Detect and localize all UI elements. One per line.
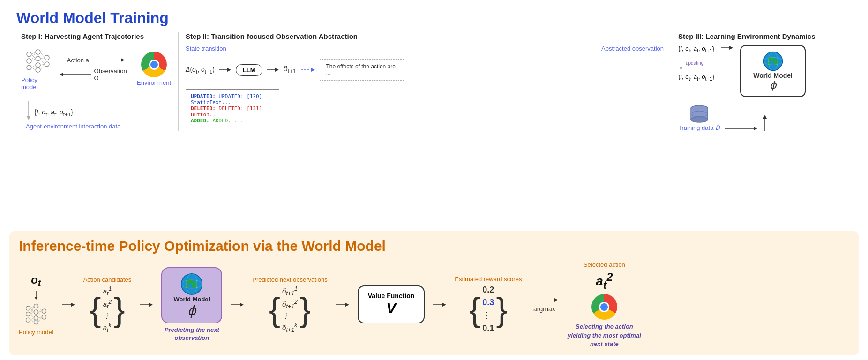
updating-label: updating xyxy=(686,60,703,66)
diff-updated: UPDATED: UPDATED: [120] StaticText... xyxy=(191,93,274,105)
arrow-to-scores xyxy=(433,301,446,308)
obs-arrow xyxy=(60,72,91,77)
svg-marker-51 xyxy=(754,127,757,130)
predicted-brace: { õt+11 õt+12 ⋮ õt+1k } xyxy=(269,285,311,333)
delta-expr: Δ(ot, ot+1) xyxy=(186,66,215,75)
svg-point-5 xyxy=(36,63,40,68)
svg-point-8 xyxy=(45,62,49,67)
main-container: World Model Training Step I: Harvesting … xyxy=(0,0,868,360)
svg-marker-53 xyxy=(763,115,767,119)
action-1: at1 xyxy=(103,285,112,297)
world-model-box: World Model ϕ xyxy=(740,45,806,97)
top-section: World Model Training Step I: Harvesting … xyxy=(9,5,859,229)
svg-marker-32 xyxy=(311,68,315,72)
predicted-label: Predicted next observations xyxy=(252,276,327,283)
selected-label: Selected action xyxy=(584,261,625,268)
svg-point-7 xyxy=(45,55,49,60)
score-dots: ⋮ xyxy=(482,310,494,321)
svg-point-1 xyxy=(27,59,31,63)
V-symbol: V xyxy=(386,300,396,317)
svg-line-16 xyxy=(40,52,45,58)
environment-block: Environment xyxy=(137,52,171,86)
training-data-row: Training data D̃ xyxy=(678,105,847,131)
diff-area: UPDATED: UPDATED: [120] StaticText... DE… xyxy=(186,89,664,128)
obs-row: Observation O xyxy=(60,68,132,82)
pred-1: õt+11 xyxy=(282,285,298,297)
svg-point-2 xyxy=(27,65,31,70)
svg-point-63 xyxy=(42,309,46,313)
svg-point-61 xyxy=(34,316,38,320)
ot-down-arrow xyxy=(34,291,38,300)
action-brace: { at1 at2 ⋮ atk } xyxy=(90,285,125,333)
step2-flow: Δ(ot, ot+1) LLM xyxy=(186,59,664,81)
step2-content: State transition Abstracted observation … xyxy=(186,45,664,128)
action-dots: ⋮ xyxy=(103,312,112,320)
training-row: {I, ot, at, ot+1} updating xyxy=(678,45,847,97)
arrow-to-actions xyxy=(62,301,75,308)
estimated-label: Estimated reward scores xyxy=(455,276,522,283)
wm-caption: Predicting the next observation xyxy=(161,326,222,342)
diff-deleted: DELETED: DELETED: [131] Button... xyxy=(191,105,274,118)
svg-marker-26 xyxy=(27,116,30,120)
database-icon xyxy=(690,105,709,124)
svg-marker-36 xyxy=(729,46,733,50)
svg-marker-93 xyxy=(442,303,446,307)
world-model-label-text: World Model xyxy=(753,72,793,79)
svg-line-71 xyxy=(30,320,34,322)
scores-block: Estimated reward scores { 0.2 0.3 ⋮ 0.1 … xyxy=(455,276,522,333)
arrow-to-wm xyxy=(140,301,153,308)
svg-point-57 xyxy=(26,312,30,316)
policy-model-icon xyxy=(24,47,52,75)
world-model-bottom-block: World Model ϕ Predicting the next observ… xyxy=(161,267,222,342)
svg-point-39 xyxy=(773,59,778,65)
action-candidates-block: Action candidates { at1 at2 ⋮ atk } xyxy=(83,276,132,333)
svg-point-4 xyxy=(36,56,40,61)
step1: Step I: Harvesting Agent Trajectories xyxy=(16,32,176,130)
action-candidates-label: Action candidates xyxy=(83,276,132,283)
svg-marker-34 xyxy=(679,67,683,70)
svg-point-3 xyxy=(36,50,40,54)
policy-label-bottom: Policy model xyxy=(19,329,53,336)
svg-line-69 xyxy=(30,314,34,318)
world-model-col: World Model ϕ xyxy=(740,45,806,97)
value-fn-label: Value Function xyxy=(368,292,415,300)
action-arrow xyxy=(92,57,125,63)
tuple-col: {I, ot, at, ot+1} updating xyxy=(678,45,714,81)
phi-symbol: ϕ xyxy=(770,79,777,91)
action-label: Action a xyxy=(67,57,89,64)
env-label: Environment xyxy=(137,79,171,86)
svg-marker-24 xyxy=(60,73,63,76)
world-model-circle: World Model ϕ xyxy=(161,267,222,323)
globe-bottom-svg xyxy=(180,272,203,296)
svg-marker-28 xyxy=(227,68,231,72)
step1-content: Policy model Action a xyxy=(21,45,171,130)
svg-marker-91 xyxy=(345,303,349,307)
steps-row: Step I: Harvesting Agent Trajectories xyxy=(16,32,852,131)
chrome-inner xyxy=(149,60,159,70)
svg-point-83 xyxy=(192,281,197,289)
svg-line-15 xyxy=(31,68,36,70)
pred-dots: ⋮ xyxy=(282,312,298,320)
svg-marker-30 xyxy=(275,68,279,72)
training-arrow-svg xyxy=(725,126,757,131)
db-block: Training data D̃ xyxy=(678,105,720,131)
selected-action-block: Selected action at2 Selecting the action… xyxy=(567,261,642,348)
svg-point-59 xyxy=(34,304,38,308)
svg-point-56 xyxy=(26,306,30,310)
ot-policy-block: ot xyxy=(19,273,53,336)
policy-model-block: Policy model xyxy=(21,47,55,90)
svg-line-70 xyxy=(30,318,34,320)
top-title: World Model Training xyxy=(16,9,852,27)
action-obs-arrows: Action a O xyxy=(60,57,132,82)
step1-title: Step I: Harvesting Agent Trajectories xyxy=(21,32,171,40)
svg-point-58 xyxy=(26,318,30,322)
tilde-obs-label: õt+1 xyxy=(284,65,297,75)
arrow2-svg xyxy=(267,67,279,73)
action-row: Action a xyxy=(67,57,125,64)
predicted-list: õt+11 õt+12 ⋮ õt+1k xyxy=(280,285,299,333)
arrow-to-vf xyxy=(336,301,349,308)
svg-point-6 xyxy=(36,68,40,72)
arrow-to-predicted xyxy=(231,301,244,308)
divider1 xyxy=(178,32,179,131)
svg-marker-89 xyxy=(240,303,244,307)
